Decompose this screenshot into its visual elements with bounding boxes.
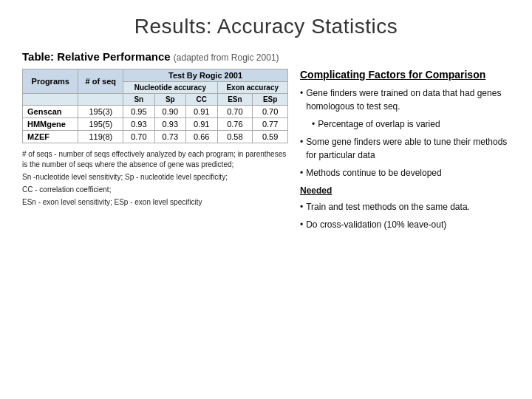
cell-num-seqs: 195(3) bbox=[78, 106, 123, 118]
bullet-dot: • bbox=[300, 166, 303, 180]
bullet-dot: • bbox=[300, 135, 303, 149]
col-esn: ESn bbox=[217, 94, 253, 106]
nucleotide-header: Nucleotide accuracy bbox=[123, 82, 217, 94]
cell-sp: 0.73 bbox=[154, 131, 185, 143]
cell-num-seqs: 119(8) bbox=[78, 131, 123, 143]
content-area: Programs # of seq Test By Rogic 2001 Nuc… bbox=[22, 69, 510, 236]
table-row: Genscan 195(3) 0.95 0.90 0.91 0.70 0.70 bbox=[23, 106, 288, 118]
cell-esp: 0.77 bbox=[253, 118, 288, 131]
bullet-main: •Train and test methods on the same data… bbox=[300, 200, 510, 214]
cell-sn: 0.93 bbox=[123, 118, 154, 131]
bullet-main: •Methods continue to be developed bbox=[300, 166, 510, 180]
performance-table: Programs # of seq Test By Rogic 2001 Nuc… bbox=[22, 69, 288, 143]
note-item: # of seqs - number of seqs effectively a… bbox=[22, 149, 288, 170]
complicating-title: Complicating Factors for Comparison bbox=[300, 69, 510, 81]
cell-esp: 0.59 bbox=[253, 131, 288, 143]
bullet-main: •Gene finders were trained on data that … bbox=[300, 86, 510, 113]
num-seqs-header: # of seq bbox=[78, 69, 123, 94]
bullet-sub: •Percentage of overlap is varied bbox=[312, 117, 510, 131]
bullet-main: •Do cross-validation (10% leave-out) bbox=[300, 218, 510, 231]
bullet-text: Gene finders were trained on data that h… bbox=[306, 86, 510, 113]
cell-sn: 0.95 bbox=[123, 106, 154, 118]
bullet-main: •Some gene finders were able to tune the… bbox=[300, 135, 510, 162]
bullet-dot: • bbox=[300, 86, 303, 100]
cell-num-seqs: 195(5) bbox=[78, 118, 123, 131]
col-sn: Sn bbox=[123, 94, 154, 106]
bullet-dot: • bbox=[312, 117, 315, 131]
cell-program: HMMgene bbox=[23, 118, 78, 131]
needed-label: Needed bbox=[300, 184, 510, 197]
table-section-label: Table: Relative Performance (adapted fro… bbox=[22, 50, 510, 63]
table-row: HMMgene 195(5) 0.93 0.93 0.91 0.76 0.77 bbox=[23, 118, 288, 131]
col-cc: CC bbox=[186, 94, 217, 106]
right-column: Complicating Factors for Comparison •Gen… bbox=[300, 69, 510, 236]
cell-cc: 0.66 bbox=[186, 131, 217, 143]
note-item: CC - correlation coefficient; bbox=[22, 185, 288, 195]
programs-header: Programs bbox=[23, 69, 78, 94]
cell-esp: 0.70 bbox=[253, 106, 288, 118]
col-esp: ESp bbox=[253, 94, 288, 106]
cell-esn: 0.76 bbox=[217, 118, 253, 131]
cell-sp: 0.93 bbox=[154, 118, 185, 131]
cell-cc: 0.91 bbox=[186, 106, 217, 118]
note-item: Sn -nucleotide level sensitivity; Sp - n… bbox=[22, 172, 288, 183]
table-row: MZEF 119(8) 0.70 0.73 0.66 0.58 0.59 bbox=[23, 131, 288, 143]
slide: Results: Accuracy Statistics Table: Rela… bbox=[0, 0, 532, 399]
col-programs-empty bbox=[23, 94, 78, 106]
cell-esn: 0.58 bbox=[217, 131, 253, 143]
page-title: Results: Accuracy Statistics bbox=[22, 15, 510, 38]
right-content: •Gene finders were trained on data that … bbox=[300, 86, 510, 231]
bullet-text: Percentage of overlap is varied bbox=[318, 117, 440, 131]
bullet-text: Train and test methods on the same data. bbox=[306, 200, 470, 214]
table-notes: # of seqs - number of seqs effectively a… bbox=[22, 149, 288, 208]
cell-program: MZEF bbox=[23, 131, 78, 143]
cell-esn: 0.70 bbox=[217, 106, 253, 118]
col-num-seqs-empty bbox=[78, 94, 123, 106]
cell-cc: 0.91 bbox=[186, 118, 217, 131]
bullet-dot: • bbox=[300, 218, 303, 231]
left-column: Programs # of seq Test By Rogic 2001 Nuc… bbox=[22, 69, 288, 210]
cell-program: Genscan bbox=[23, 106, 78, 118]
col-sp: Sp bbox=[154, 94, 185, 106]
bullet-text: Some gene finders were able to tune thei… bbox=[306, 135, 510, 162]
table-main-header: Test By Rogic 2001 bbox=[123, 69, 288, 82]
cell-sp: 0.90 bbox=[154, 106, 185, 118]
note-item: ESn - exon level sensitivity; ESp - exon… bbox=[22, 197, 288, 208]
cell-sn: 0.70 bbox=[123, 131, 154, 143]
bullet-dot: • bbox=[300, 200, 303, 214]
exon-header: Exon accuracy bbox=[217, 82, 287, 94]
bullet-text: Do cross-validation (10% leave-out) bbox=[306, 218, 446, 231]
bullet-text: Methods continue to be developed bbox=[306, 166, 441, 180]
